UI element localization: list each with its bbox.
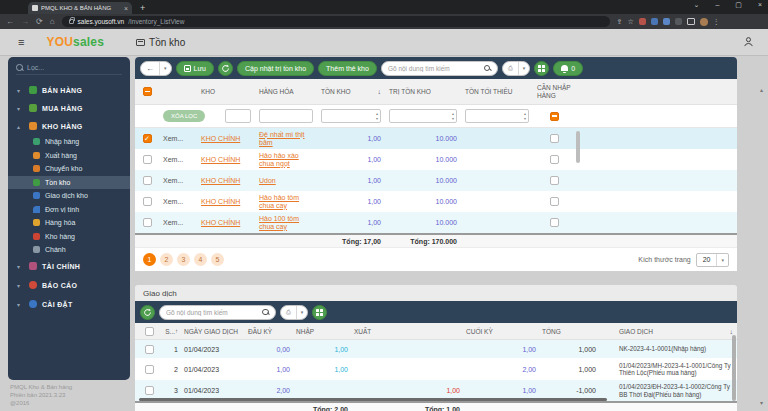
back-icon[interactable]: ← [141,62,159,75]
row-checkbox[interactable] [143,155,152,164]
col-can-nhap-hang[interactable]: CẦN NHẬP HÀNG [533,84,575,99]
hamburger-menu-icon[interactable]: ≡ [18,36,24,48]
select-all-checkbox[interactable] [145,327,154,336]
transactions-vertical-scrollbar[interactable] [732,335,736,401]
window-minimize-button[interactable]: – [715,1,719,9]
scroll-down-icon[interactable]: ▾ [760,399,763,406]
update-stock-value-button[interactable]: Cập nhật trị tồn kho [237,61,314,76]
col-ton-kho[interactable]: TỒN KHO [317,88,385,95]
product-link[interactable]: Hảo hảo tôm chua cay [259,194,313,210]
filter-kho-input[interactable] [225,109,251,123]
transaction-row[interactable]: 2 01/04/2023 1,00 1,00 2,00 1,000 01/04/… [135,358,737,380]
col-tong[interactable]: TỔNG [539,328,599,335]
page-button[interactable]: 4 [194,253,207,266]
tab-close-icon[interactable]: × [124,5,128,12]
row-checkbox[interactable] [145,345,154,354]
transactions-search[interactable] [159,305,276,320]
row-checkbox[interactable] [143,176,152,185]
bookmark-star-icon[interactable]: ☆ [627,18,633,26]
inventory-search-input[interactable] [388,65,484,72]
window-close-button[interactable]: × [758,1,762,9]
sidebar-item-kho-hang[interactable]: Kho hàng [8,230,130,244]
add-stock-card-button[interactable]: Thêm thẻ kho [318,61,377,76]
row-checkbox[interactable] [143,218,152,227]
column-chooser-button[interactable] [534,61,549,76]
col-hang-hoa[interactable]: HÀNG HÓA [255,88,317,95]
back-icon[interactable]: ← [6,14,14,29]
row-checkbox[interactable] [143,197,152,206]
notifications-button[interactable]: 0 [553,61,583,76]
chevron-down-icon[interactable]: ▾ [296,306,308,319]
home-icon[interactable]: ⌂ [50,14,55,29]
refresh-button[interactable] [140,305,155,320]
sidebar-item-giao-dich-kho[interactable]: Giao dịch kho [8,189,130,203]
filter-ton-kho-input[interactable] [321,109,381,123]
product-link[interactable]: Đệ nhất mì thịt bằm [259,131,313,147]
table-row[interactable]: Xem... KHO CHÍNH Hảo hảo tôm chua cay 1,… [135,191,737,212]
warehouse-link[interactable]: KHO CHÍNH [201,198,240,206]
address-bar[interactable]: sales.yousoft.vn/Inventory_ListView [62,16,610,27]
sidebar-item-nhap-hang[interactable]: Nhập hàng [8,135,130,149]
clear-filter-button[interactable]: XÓA LỌC [163,110,205,122]
table-row[interactable]: Xem... KHO CHÍNH Đệ nhất mì thịt bằm 1,0… [135,128,737,149]
page-button[interactable]: 1 [143,253,156,266]
extension-icon[interactable] [663,18,670,25]
product-link[interactable]: Hảo 100 tôm chua cay [259,215,313,231]
forward-icon[interactable]: → [21,14,29,29]
new-tab-button[interactable]: + [140,2,145,14]
sidebar-group-tai-chinh[interactable]: ▾ TÀI CHÍNH [8,257,130,276]
filter-tri-ton-kho-input[interactable] [389,109,457,123]
page-size-select[interactable]: 20 ▾ [696,253,729,267]
table-row[interactable]: Xem... KHO CHÍNH Hảo 100 tôm chua cay 1,… [135,212,737,233]
share-icon[interactable]: ⇪ [617,18,623,26]
col-cuoi-ky[interactable]: CUỐI KỲ [463,328,539,335]
warehouse-link[interactable]: KHO CHÍNH [201,219,240,227]
page-button[interactable]: 5 [211,253,224,266]
sidebar-group-mua-hang[interactable]: ▾ MUA HÀNG [8,99,130,117]
col-xuat[interactable]: XUẤT [351,328,463,335]
sidebar-item-chanh[interactable]: Chánh [8,243,130,257]
save-button[interactable]: Lưu [176,61,214,76]
col-dau-ky[interactable]: ĐẦU KỲ [245,328,293,335]
need-restock-checkbox[interactable] [550,155,559,164]
warehouse-link[interactable]: KHO CHÍNH [201,177,240,185]
export-split-button[interactable]: ⎙ ▾ [502,61,530,76]
need-restock-checkbox[interactable] [550,134,559,143]
export-split-button[interactable]: ⎙ ▾ [280,305,308,320]
col-kho[interactable]: KHO [197,88,255,95]
sidebar-item-xuat-hang[interactable]: Xuất hàng [8,149,130,163]
product-link[interactable]: Hảo hảo xào chua ngọt [259,152,313,168]
profile-avatar[interactable] [700,18,708,26]
warehouse-link[interactable]: KHO CHÍNH [201,156,240,164]
chevron-down-icon[interactable]: ▾ [518,62,530,75]
col-tri-ton-kho[interactable]: TRỊ TỒN KHO [385,88,461,95]
sidebar-filter-input[interactable] [27,64,117,71]
product-link[interactable]: Udon [259,177,276,185]
chevron-down-icon[interactable]: ▾ [159,62,171,75]
row-checkbox[interactable] [145,386,154,395]
extension-icon[interactable] [675,18,682,25]
user-icon[interactable] [743,36,754,47]
filter-ton-toi-thieu-input[interactable] [465,109,529,123]
need-restock-checkbox[interactable] [550,197,559,206]
table-vertical-scrollbar[interactable] [576,131,580,163]
inventory-search[interactable] [381,61,498,76]
refresh-button[interactable] [218,61,233,76]
browser-menu-icon[interactable]: ⋮ [713,18,720,26]
extension-icon[interactable] [639,18,646,25]
sidebar-item-ton-kho[interactable]: Tồn kho [8,176,130,190]
table-row[interactable]: Xem... KHO CHÍNH Hảo hảo xào chua ngọt 1… [135,149,737,170]
filter-can-nhap-checkbox[interactable] [550,112,559,121]
row-view-link[interactable]: Xem... [159,177,197,184]
row-checkbox[interactable] [145,365,154,374]
col-stt[interactable]: S... [163,328,181,335]
column-chooser-button[interactable] [312,305,327,320]
transaction-row[interactable]: 1 01/04/2023 0,00 1,00 1,00 1,000 NK-202… [135,340,737,358]
sidebar-group-ban-hang[interactable]: ▾ BÁN HÀNG [8,81,130,99]
filter-hang-hoa-input[interactable] [259,109,313,123]
split-screen-icon[interactable] [687,18,695,25]
transactions-search-input[interactable] [166,309,262,316]
row-view-link[interactable]: Xem... [159,135,197,142]
row-checkbox[interactable] [143,134,152,143]
row-view-link[interactable]: Xem... [159,219,197,226]
